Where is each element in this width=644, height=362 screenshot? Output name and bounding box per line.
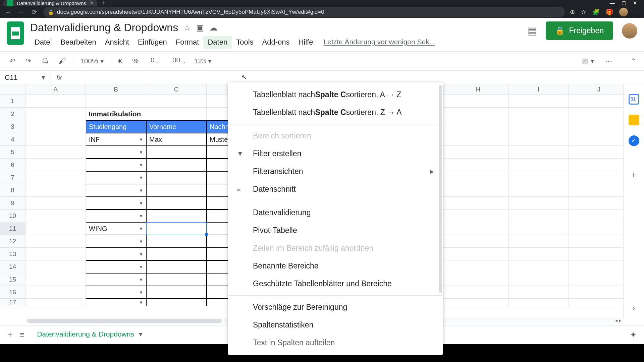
reload-icon[interactable]: ⟳ <box>30 8 38 16</box>
menu-filter-views[interactable]: Filteransichten▸ <box>228 163 443 180</box>
menu-help[interactable]: Hilfe <box>294 36 318 49</box>
decrease-decimal-button[interactable]: .0← <box>147 54 162 67</box>
cell[interactable] <box>448 209 508 222</box>
cell[interactable]: Max <box>146 133 207 146</box>
cell[interactable] <box>569 95 629 108</box>
cell[interactable] <box>25 120 86 133</box>
star-icon[interactable]: ☆ <box>183 23 191 33</box>
maximize-icon[interactable]: ▢ <box>622 0 626 6</box>
cell[interactable] <box>508 299 569 306</box>
row-header[interactable]: 10 <box>0 209 25 222</box>
cell[interactable] <box>448 273 508 286</box>
row-header[interactable]: 17 <box>0 299 25 306</box>
cell[interactable] <box>508 120 569 133</box>
cell[interactable] <box>25 108 86 120</box>
menu-pivot-table[interactable]: Pivot-Tabelle <box>228 222 443 239</box>
menu-view[interactable]: Ansicht <box>101 36 133 49</box>
col-header[interactable]: J <box>569 84 629 95</box>
bookmark-star-icon[interactable]: ☆ <box>581 8 586 16</box>
cell[interactable] <box>448 235 508 248</box>
profile-avatar-icon[interactable] <box>619 8 628 16</box>
cell[interactable] <box>146 235 207 248</box>
menu-insert[interactable]: Einfügen <box>133 36 171 49</box>
all-sheets-icon[interactable]: ≡ <box>19 330 24 340</box>
cell-dropdown[interactable]: ▼ <box>86 171 146 184</box>
dropdown-arrow-icon[interactable]: ▼ <box>139 201 143 206</box>
cell[interactable] <box>25 260 86 273</box>
close-window-icon[interactable]: ✕ <box>633 0 637 6</box>
dropdown-arrow-icon[interactable]: ▼ <box>139 264 143 269</box>
close-tab-icon[interactable]: ✕ <box>90 0 94 6</box>
cell[interactable] <box>25 248 86 260</box>
cell[interactable] <box>448 120 508 133</box>
menu-data[interactable]: Daten <box>203 36 232 49</box>
cell[interactable] <box>146 286 207 299</box>
col-header[interactable]: C <box>146 84 207 95</box>
currency-button[interactable]: € <box>116 55 124 67</box>
cell-dropdown[interactable]: ▼ <box>86 248 146 260</box>
collapse-toolbar-icon[interactable]: ⌃ <box>631 57 637 65</box>
cell[interactable] <box>508 273 569 286</box>
col-header[interactable]: H <box>448 84 508 95</box>
cell[interactable] <box>448 159 508 171</box>
cell[interactable] <box>448 248 508 260</box>
menu-edit[interactable]: Bearbeiten <box>56 36 100 49</box>
cell[interactable] <box>146 273 207 286</box>
account-avatar-icon[interactable] <box>622 23 637 39</box>
cell[interactable] <box>508 260 569 273</box>
cell-dropdown[interactable]: ▼ <box>86 235 146 248</box>
select-all-corner[interactable] <box>0 84 25 95</box>
cell[interactable] <box>25 209 86 222</box>
cell-dropdown[interactable]: ▼ <box>86 184 146 197</box>
cell[interactable] <box>448 108 508 120</box>
cell[interactable] <box>508 108 569 120</box>
keep-icon[interactable] <box>629 115 639 125</box>
extensions-icon[interactable]: 🧩 <box>592 8 600 16</box>
scroll-right-icon[interactable]: ▸ <box>619 318 621 323</box>
scroll-left-icon[interactable]: ◂ <box>615 318 618 323</box>
cell[interactable] <box>508 209 569 222</box>
cell[interactable] <box>25 222 86 235</box>
cell[interactable] <box>448 171 508 184</box>
cell[interactable] <box>25 184 86 197</box>
cell[interactable] <box>448 184 508 197</box>
row-header[interactable]: 3 <box>0 120 25 133</box>
row-header[interactable]: 7 <box>0 171 25 184</box>
sheet-tab-menu-icon[interactable]: ▾ <box>139 330 143 338</box>
move-folder-icon[interactable]: ▣ <box>196 23 204 33</box>
dropdown-arrow-icon[interactable]: ▼ <box>139 239 143 244</box>
cell[interactable] <box>448 146 508 159</box>
selection-handle[interactable] <box>205 233 208 236</box>
menu-cleanup-suggestions[interactable]: Vorschläge zur Bereinigung <box>228 298 443 316</box>
dropdown-arrow-icon[interactable]: ▼ <box>139 150 143 155</box>
row-header[interactable]: 4 <box>0 133 25 146</box>
cell[interactable] <box>146 159 207 171</box>
cell-dropdown[interactable]: ▼ <box>86 286 146 299</box>
cell-dropdown[interactable]: ▼ <box>86 197 146 209</box>
doc-title[interactable]: Datenvalidierung & Dropdowns <box>30 21 178 34</box>
row-header[interactable]: 12 <box>0 235 25 248</box>
cell[interactable] <box>25 197 86 209</box>
cell[interactable] <box>448 197 508 209</box>
cell[interactable] <box>146 184 207 197</box>
cell[interactable] <box>146 209 207 222</box>
cell[interactable] <box>508 146 569 159</box>
cell[interactable] <box>569 235 629 248</box>
col-header[interactable]: A <box>25 84 86 95</box>
cell[interactable] <box>569 248 629 260</box>
paint-format-icon[interactable]: 🖌 <box>57 55 68 67</box>
cell-dropdown[interactable]: WING▼ <box>86 222 146 235</box>
cell[interactable] <box>569 209 629 222</box>
dropdown-arrow-icon[interactable]: ▼ <box>139 277 143 282</box>
menu-file[interactable]: Datei <box>30 36 56 49</box>
cell[interactable] <box>146 146 207 159</box>
row-header[interactable]: 16 <box>0 286 25 299</box>
cell[interactable] <box>25 171 86 184</box>
dropdown-arrow-icon[interactable]: ▼ <box>139 188 143 193</box>
name-box[interactable]: C11 ▾ <box>0 71 50 84</box>
cell[interactable] <box>25 146 86 159</box>
cell[interactable] <box>448 222 508 235</box>
table-header[interactable]: Studiengang <box>86 120 146 133</box>
cell[interactable] <box>448 299 508 306</box>
menu-create-filter[interactable]: ▼Filter erstellen <box>228 145 443 163</box>
